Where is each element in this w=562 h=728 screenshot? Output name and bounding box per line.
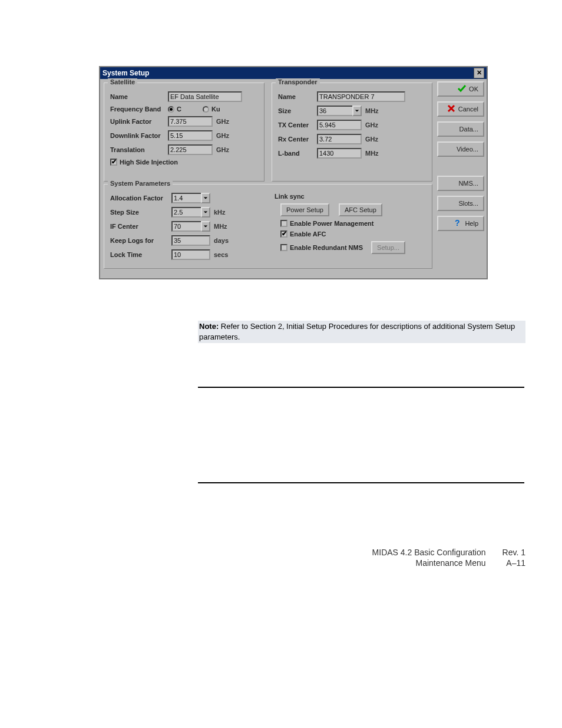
question-icon: ? xyxy=(453,218,462,229)
svg-text:?: ? xyxy=(455,218,460,228)
radio-c[interactable]: C xyxy=(168,106,181,113)
logs-input[interactable] xyxy=(171,235,210,246)
titlebar: System Setup ✕ xyxy=(100,67,487,79)
step-unit: kHz xyxy=(214,209,234,216)
x-icon xyxy=(447,104,456,114)
lock-label: Lock Time xyxy=(110,251,168,258)
note-text: Refer to Section 2, Initial Setup Proced… xyxy=(199,322,515,341)
help-button[interactable]: ? Help xyxy=(437,216,484,231)
radio-dot-icon xyxy=(203,106,209,113)
enable-afc-checkbox[interactable]: Enable AFC xyxy=(280,230,326,238)
separator xyxy=(198,482,524,483)
downlink-label: Downlink Factor xyxy=(110,132,164,139)
downlink-unit: GHz xyxy=(216,132,236,139)
size-value[interactable] xyxy=(317,106,352,116)
trans-name-label: Name xyxy=(278,93,313,100)
slots-button[interactable]: Slots... xyxy=(437,196,484,211)
translation-unit: GHz xyxy=(216,146,236,153)
size-unit: MHz xyxy=(365,107,385,114)
checkbox-icon xyxy=(280,230,287,238)
close-icon[interactable]: ✕ xyxy=(474,68,484,78)
redundant-setup-button[interactable]: Setup... xyxy=(371,241,405,254)
dialog-title: System Setup xyxy=(103,69,149,77)
alloc-value[interactable] xyxy=(171,193,201,203)
translation-label: Translation xyxy=(110,146,164,153)
checkbox-icon xyxy=(280,220,287,227)
size-label: Size xyxy=(278,107,313,114)
step-select[interactable] xyxy=(171,207,210,218)
sysparams-heading: System Parameters xyxy=(108,180,173,187)
uplink-label: Uplink Factor xyxy=(110,118,164,125)
footer-doc-title: MIDAS 4.2 Basic Configuration xyxy=(372,547,486,558)
note-prefix: Note: xyxy=(199,322,219,331)
chevron-down-icon[interactable] xyxy=(352,106,362,116)
satellite-name-input[interactable] xyxy=(168,91,242,102)
enable-redundant-checkbox[interactable]: Enable Redundant NMS xyxy=(280,244,363,251)
checkbox-icon xyxy=(280,244,287,251)
if-label: IF Center xyxy=(110,223,168,230)
uplink-input[interactable] xyxy=(168,116,213,127)
chevron-down-icon[interactable] xyxy=(201,193,210,203)
tx-input[interactable] xyxy=(317,120,362,130)
size-select[interactable] xyxy=(317,106,362,116)
nms-button[interactable]: NMS... xyxy=(437,176,484,191)
sysparams-group: System Parameters Allocation Factor Step… xyxy=(104,184,432,269)
freq-band-label: Frequency Band xyxy=(110,106,164,113)
data-button[interactable]: Data... xyxy=(437,121,484,137)
step-label: Step Size xyxy=(110,209,168,216)
ok-button[interactable]: OK xyxy=(437,81,484,97)
lock-unit: secs xyxy=(214,251,234,258)
step-value[interactable] xyxy=(171,207,201,218)
lock-input[interactable] xyxy=(171,249,210,260)
enable-power-checkbox[interactable]: Enable Power Management xyxy=(280,220,373,227)
page-footer: MIDAS 4.2 Basic Configuration Maintenanc… xyxy=(0,547,562,568)
transponder-group: Transponder Name Size MHz T xyxy=(272,83,432,182)
afc-setup-button[interactable]: AFC Setup xyxy=(339,203,382,216)
footer-section: Maintenance Menu xyxy=(372,558,486,568)
tx-label: TX Center xyxy=(278,121,313,129)
lband-input[interactable] xyxy=(317,148,362,159)
system-setup-dialog: System Setup ✕ Satellite Name Frequency … xyxy=(99,66,488,279)
satellite-heading: Satellite xyxy=(108,78,137,85)
chevron-down-icon[interactable] xyxy=(201,221,210,232)
logs-label: Keep Logs for xyxy=(110,237,168,244)
rx-unit: GHz xyxy=(365,136,385,143)
lband-label: L-band xyxy=(278,150,313,157)
side-buttons: OK Cancel Data... Video... NMS... Slots.… xyxy=(437,81,484,270)
chevron-down-icon[interactable] xyxy=(201,207,210,218)
rx-input[interactable] xyxy=(317,134,362,144)
tx-unit: GHz xyxy=(365,121,385,129)
check-icon xyxy=(457,84,467,94)
downlink-input[interactable] xyxy=(168,130,213,141)
trans-name-input[interactable] xyxy=(317,91,405,102)
video-button[interactable]: Video... xyxy=(437,141,484,157)
radio-ku[interactable]: Ku xyxy=(203,106,220,113)
alloc-label: Allocation Factor xyxy=(110,195,168,202)
note-box: Note: Refer to Section 2, Initial Setup … xyxy=(198,321,525,343)
name-label: Name xyxy=(110,93,164,100)
radio-dot-icon xyxy=(168,106,174,113)
link-sync-heading: Link sync xyxy=(275,193,305,200)
checkbox-icon xyxy=(110,159,117,166)
footer-rev: Rev. 1 xyxy=(503,547,525,558)
lband-unit: MHz xyxy=(365,150,385,157)
satellite-group: Satellite Name Frequency Band C Ku Uplin… xyxy=(104,83,265,182)
hsi-checkbox[interactable]: High Side Injection xyxy=(110,159,178,166)
alloc-select[interactable] xyxy=(171,193,210,203)
footer-page: A–11 xyxy=(503,558,525,568)
if-select[interactable] xyxy=(171,221,210,232)
if-value[interactable] xyxy=(171,221,201,232)
translation-input[interactable] xyxy=(168,144,213,155)
rx-label: Rx Center xyxy=(278,136,313,143)
if-unit: MHz xyxy=(214,223,234,230)
uplink-unit: GHz xyxy=(216,118,236,125)
power-setup-button[interactable]: Power Setup xyxy=(280,203,329,216)
logs-unit: days xyxy=(214,237,234,244)
cancel-button[interactable]: Cancel xyxy=(437,101,484,117)
transponder-heading: Transponder xyxy=(276,78,320,85)
